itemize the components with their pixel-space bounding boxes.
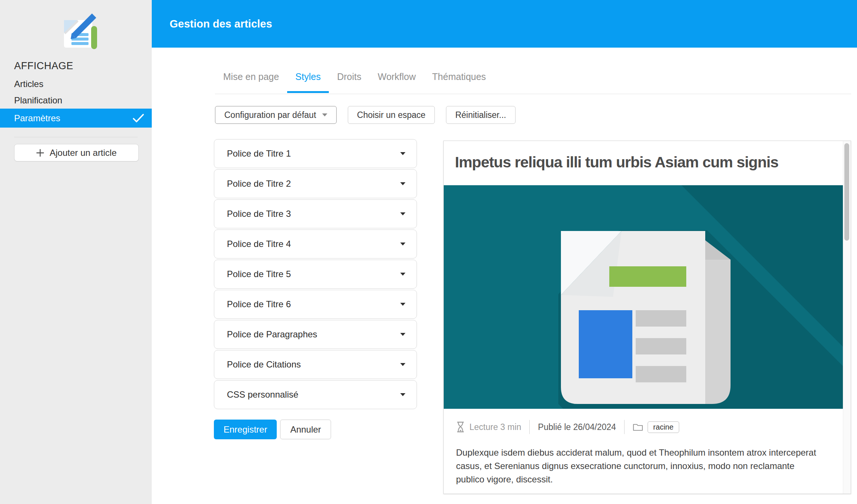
chevron-down-icon: [400, 393, 405, 396]
add-article-button[interactable]: Ajouter un article: [14, 144, 139, 161]
accordion-citations[interactable]: Police de Citations: [214, 350, 417, 379]
plus-icon: [36, 149, 44, 157]
sidebar: AFFICHAGE Articles Planification Paramèt…: [0, 0, 152, 504]
form-actions: Enregistrer Annuler: [214, 420, 331, 439]
sidebar-item-parametres[interactable]: Paramètres: [0, 109, 152, 128]
tab-mise-en-page[interactable]: Mise en page: [215, 71, 287, 93]
accordion-titre-2[interactable]: Police de Titre 2: [214, 169, 417, 198]
accordion-titre-4[interactable]: Police de Titre 4: [214, 229, 417, 259]
sidebar-item-articles[interactable]: Articles: [0, 76, 152, 92]
reading-time: Lecture 3 min: [469, 422, 521, 432]
reset-button[interactable]: Réinitialiser...: [446, 106, 516, 124]
page-title: Gestion des articles: [152, 0, 857, 48]
sidebar-divider: [14, 137, 138, 137]
chevron-down-icon: [400, 212, 405, 215]
folder-icon: [633, 423, 643, 431]
check-icon: [132, 113, 144, 123]
add-article-label: Ajouter un article: [49, 148, 116, 158]
cancel-button[interactable]: Annuler: [280, 420, 331, 439]
chevron-down-icon: [400, 182, 405, 185]
tab-workflow[interactable]: Workflow: [370, 71, 424, 93]
newspaper-illustration: [444, 185, 843, 409]
style-sections-list: Police de Titre 1 Police de Titre 2 Poli…: [214, 139, 417, 410]
article-preview-title: Impetus reliqua illi tum urbis Asiam cum…: [444, 141, 843, 185]
chevron-down-icon: [400, 273, 405, 276]
tab-styles[interactable]: Styles: [287, 71, 329, 93]
accordion-paragraphes[interactable]: Police de Paragraphes: [214, 320, 417, 349]
category-chip: racine: [648, 421, 679, 433]
chevron-down-icon: [400, 243, 405, 245]
app-logo-icon: [55, 8, 103, 53]
chevron-down-icon: [400, 152, 405, 155]
tabs-baseline: [215, 94, 851, 94]
configuration-select[interactable]: Configuration par défaut: [215, 106, 337, 124]
meta-divider: [624, 420, 625, 434]
hourglass-icon: [456, 421, 465, 433]
chevron-down-icon: [400, 303, 405, 306]
chevron-down-icon: [400, 363, 405, 366]
accordion-titre-1[interactable]: Police de Titre 1: [214, 139, 417, 168]
page-header: Gestion des articles: [152, 0, 857, 48]
accordion-css-personnalise[interactable]: CSS personnalisé: [214, 380, 417, 409]
article-meta-row: Lecture 3 min Publié le 26/04/2024 racin…: [456, 418, 679, 436]
preview-scrollbar-thumb[interactable]: [844, 143, 849, 241]
tab-bar: Mise en page Styles Droits Workflow Thém…: [215, 71, 494, 93]
accordion-titre-3[interactable]: Police de Titre 3: [214, 199, 417, 228]
sidebar-section-title: AFFICHAGE: [14, 60, 73, 72]
article-preview-card: Impetus reliqua illi tum urbis Asiam cum…: [443, 141, 851, 494]
styles-toolbar: Configuration par défaut Choisir un espa…: [215, 106, 516, 124]
accordion-titre-6[interactable]: Police de Titre 6: [214, 290, 417, 319]
meta-divider: [529, 420, 530, 434]
article-preview-body: Duplexque isdem diebus acciderat malum, …: [456, 446, 823, 486]
save-button[interactable]: Enregistrer: [214, 420, 277, 439]
preview-scrollbar-track[interactable]: [843, 141, 851, 494]
tab-thematiques[interactable]: Thématiques: [424, 71, 494, 93]
published-date: Publié le 26/04/2024: [538, 422, 616, 432]
accordion-titre-5[interactable]: Police de Titre 5: [214, 260, 417, 289]
tab-droits[interactable]: Droits: [329, 71, 369, 93]
chevron-down-icon: [322, 113, 327, 116]
choose-space-button[interactable]: Choisir un espace: [348, 106, 435, 124]
chevron-down-icon: [400, 333, 405, 336]
sidebar-item-planification[interactable]: Planification: [0, 92, 152, 109]
sidebar-nav: Articles Planification Paramètres: [0, 76, 152, 128]
